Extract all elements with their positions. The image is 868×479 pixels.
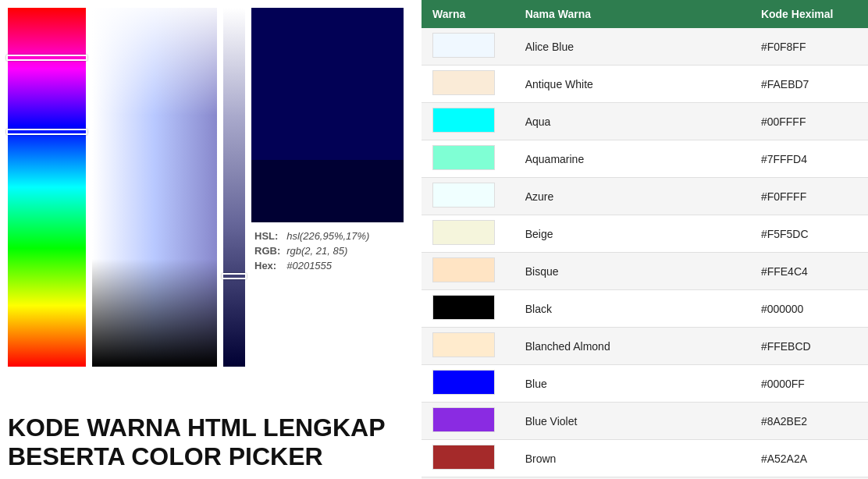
th-kode-hex: Kode Heximal [750, 0, 868, 28]
hsl-label: HSL: [251, 229, 283, 243]
color-swatch-cell [422, 103, 514, 140]
color-name: Bisque [514, 253, 750, 290]
color-swatch-cell [422, 365, 514, 403]
table-row: Alice Blue#F0F8FF [422, 28, 868, 66]
table-row: Azure#F0FFFF [422, 178, 868, 215]
color-swatch [432, 220, 495, 245]
color-info: HSL: hsl(226,95%,17%) RGB: rgb(2, 21, 85… [251, 229, 414, 273]
color-hex: #FFE4C4 [750, 253, 868, 290]
lightness-thumb[interactable] [222, 273, 247, 279]
color-picker-area: HSL: hsl(226,95%,17%) RGB: rgb(2, 21, 85… [8, 8, 414, 367]
color-name: Blue [514, 365, 750, 403]
color-hex: #F5F5DC [750, 215, 868, 253]
table-row: Aqua#00FFFF [422, 103, 868, 140]
th-nama-warna: Nama Warna [514, 0, 750, 28]
color-swatch [432, 407, 495, 432]
table-row: Blanched Almond#FFEBCD [422, 328, 868, 365]
left-panel: HSL: hsl(226,95%,17%) RGB: rgb(2, 21, 85… [0, 0, 422, 479]
color-name: Antique White [514, 66, 750, 103]
color-swatch [432, 70, 495, 95]
hex-label: Hex: [251, 258, 283, 273]
color-name: Aqua [514, 103, 750, 140]
color-hex: #000000 [750, 290, 868, 328]
color-preview-box [251, 8, 404, 160]
color-swatch [432, 183, 495, 208]
color-preview-container: HSL: hsl(226,95%,17%) RGB: rgb(2, 21, 85… [251, 8, 414, 367]
table-row: Brown#A52A2A [422, 440, 868, 477]
color-name: Blanched Almond [514, 328, 750, 365]
table-row: Blue Violet#8A2BE2 [422, 403, 868, 440]
color-preview-dark [251, 160, 404, 222]
color-swatch-cell [422, 403, 514, 440]
headline-line2: BESERTA COLOR PICKER [8, 442, 323, 470]
color-swatch [432, 257, 495, 282]
color-name: Beige [514, 215, 750, 253]
rgb-value: rgb(2, 21, 85) [283, 243, 372, 258]
table-row: Antique White#FAEBD7 [422, 66, 868, 103]
headline: KODE WARNA HTML LENGKAP BESERTA COLOR PI… [8, 407, 414, 471]
color-name: Aquamarine [514, 140, 750, 178]
color-swatch [432, 295, 495, 320]
color-swatch [432, 370, 495, 395]
color-swatch [432, 33, 495, 58]
sat-light-gradient[interactable] [92, 8, 217, 367]
color-hex: #7FFFD4 [750, 140, 868, 178]
hex-value: #0201555 [283, 258, 372, 273]
color-hex: #FFEBCD [750, 328, 868, 365]
color-name: Blue Violet [514, 403, 750, 440]
color-swatch [432, 108, 495, 133]
headline-line1: KODE WARNA HTML LENGKAP [8, 413, 386, 442]
lightness-slider[interactable] [223, 8, 245, 367]
color-hex: #0000FF [750, 365, 868, 403]
color-table: Warna Nama Warna Kode Heximal Alice Blue… [422, 0, 868, 479]
color-swatch [432, 145, 495, 170]
color-hex: #F0F8FF [750, 28, 868, 66]
table-row: Black#000000 [422, 290, 868, 328]
color-swatch-cell [422, 328, 514, 365]
color-swatch [432, 332, 495, 357]
hue-gradient-bar[interactable] [8, 8, 86, 367]
color-hex: #FAEBD7 [750, 66, 868, 103]
color-name: Brown [514, 440, 750, 477]
color-swatch-cell [422, 215, 514, 253]
color-hex: #8A2BE2 [750, 403, 868, 440]
color-swatch [432, 445, 495, 470]
hue-thumb[interactable] [6, 55, 87, 61]
color-name: Azure [514, 178, 750, 215]
color-swatch-cell [422, 253, 514, 290]
table-header-row: Warna Nama Warna Kode Heximal [422, 0, 868, 28]
hue-thumb-2[interactable] [6, 129, 87, 135]
color-name: Black [514, 290, 750, 328]
table-row: Beige#F5F5DC [422, 215, 868, 253]
color-hex: #00FFFF [750, 103, 868, 140]
color-swatch-cell [422, 290, 514, 328]
th-warna: Warna [422, 0, 514, 28]
color-swatch-cell [422, 178, 514, 215]
color-swatch-cell [422, 140, 514, 178]
hsl-value: hsl(226,95%,17%) [283, 229, 372, 243]
color-swatch-cell [422, 28, 514, 66]
rgb-label: RGB: [251, 243, 283, 258]
color-swatch-cell [422, 440, 514, 477]
color-hex: #A52A2A [750, 440, 868, 477]
table-wrapper[interactable]: Warna Nama Warna Kode Heximal Alice Blue… [422, 0, 868, 479]
right-panel: Warna Nama Warna Kode Heximal Alice Blue… [422, 0, 868, 479]
color-hex: #F0FFFF [750, 178, 868, 215]
table-row: Blue#0000FF [422, 365, 868, 403]
color-name: Alice Blue [514, 28, 750, 66]
color-swatch-cell [422, 66, 514, 103]
table-row: Bisque#FFE4C4 [422, 253, 868, 290]
table-row: Aquamarine#7FFFD4 [422, 140, 868, 178]
